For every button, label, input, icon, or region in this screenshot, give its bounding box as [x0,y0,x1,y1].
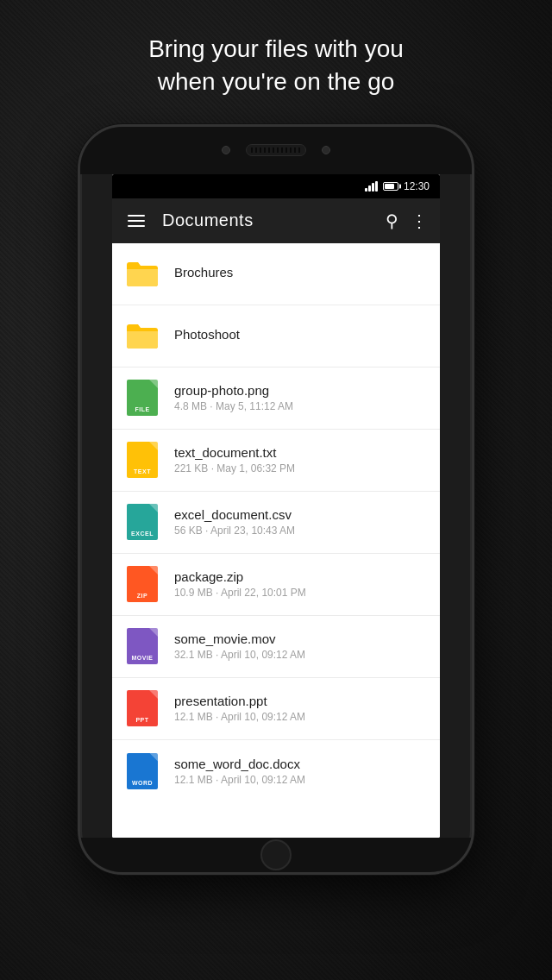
file-info: text_document.txt 221 KB · May 1, 06:32 … [174,445,428,474]
file-meta: 12.1 MB · April 10, 09:12 AM [174,774,428,786]
app-bar-actions: ⚲ ⋮ [386,210,428,231]
file-meta: 56 KB · April 23, 10:43 AM [174,525,428,537]
list-item[interactable]: PPT presentation.ppt 12.1 MB · April 10,… [112,678,440,740]
folder-icon [124,255,160,292]
file-name: presentation.ppt [174,694,428,708]
file-name: group-photo.png [174,383,428,398]
file-icon-mov: Movie [124,628,160,664]
tagline: Bring your files with you when you're on… [79,0,473,124]
file-name: Photoshoot [174,327,428,342]
status-time: 12:30 [404,180,430,192]
file-icon-csv: Excel [124,504,160,540]
phone-screen: 12:30 Documents ⚲ ⋮ [112,174,440,838]
file-type-label: Text [134,468,151,474]
file-type-label: File [135,406,149,412]
file-meta: 221 KB · May 1, 06:32 PM [174,462,428,474]
file-info: excel_document.csv 56 KB · April 23, 10:… [174,507,428,537]
file-info: some_word_doc.docx 12.1 MB · April 10, 0… [174,757,428,786]
file-icon-docx: Word [124,753,160,789]
app-bar: Documents ⚲ ⋮ [112,198,440,243]
list-item[interactable]: Word some_word_doc.docx 12.1 MB · April … [112,740,440,802]
file-meta: 12.1 MB · April 10, 09:12 AM [174,711,428,723]
file-name: some_movie.mov [174,631,428,646]
file-info: group-photo.png 4.8 MB · May 5, 11:12 AM [174,383,428,412]
hamburger-menu-button[interactable] [124,211,148,230]
more-options-button[interactable]: ⋮ [411,210,428,231]
phone-bottom-bezel [80,838,472,872]
file-name: text_document.txt [174,445,428,460]
file-info: presentation.ppt 12.1 MB · April 10, 09:… [174,694,428,723]
file-type-label: Movie [131,655,153,661]
file-info: Brochures [174,265,428,282]
file-info: Photoshoot [174,327,428,344]
file-icon-txt: Text [124,442,160,478]
file-meta: 4.8 MB · May 5, 11:12 AM [174,400,428,412]
list-item[interactable]: Brochures [112,243,440,305]
list-item[interactable]: File group-photo.png 4.8 MB · May 5, 11:… [112,368,440,430]
phone-shell: 12:30 Documents ⚲ ⋮ [78,124,474,875]
home-button[interactable] [260,839,292,870]
file-name: package.zip [174,569,428,584]
list-item[interactable]: Movie some_movie.mov 32.1 MB · April 10,… [112,616,440,678]
folder-icon [124,317,160,354]
file-list: Brochures Photoshoot [112,243,440,838]
tagline-line2: when you're on the go [158,68,395,95]
list-item[interactable]: Photoshoot [112,305,440,368]
list-item[interactable]: Text text_document.txt 221 KB · May 1, 0… [112,430,440,492]
list-item[interactable]: ZIP package.zip 10.9 MB · April 22, 10:0… [112,554,440,616]
file-name: Brochures [174,265,428,280]
search-button[interactable]: ⚲ [386,210,398,231]
wifi-icon [365,181,378,192]
file-info: package.zip 10.9 MB · April 22, 10:01 PM [174,569,428,599]
file-info: some_movie.mov 32.1 MB · April 10, 09:12… [174,631,428,661]
list-item[interactable]: Excel excel_document.csv 56 KB · April 2… [112,492,440,554]
file-icon-ppt: PPT [124,690,160,726]
app-title: Documents [162,210,372,230]
status-bar: 12:30 [112,174,440,198]
tagline-line1: Bring your files with you [148,35,404,62]
file-type-label: Excel [131,531,154,537]
file-icon-zip: ZIP [124,566,160,602]
file-type-label: Word [132,780,153,786]
file-meta: 10.9 MB · April 22, 10:01 PM [174,587,428,599]
file-type-label: PPT [135,717,148,723]
camera-dot [222,146,230,154]
file-meta: 32.1 MB · April 10, 09:12 AM [174,649,428,661]
battery-icon [383,182,398,191]
file-type-label: ZIP [137,593,147,599]
file-icon-png: File [124,380,160,416]
file-name: excel_document.csv [174,507,428,522]
speaker-grille [246,144,306,156]
phone-top-bezel [80,127,472,174]
front-camera [322,146,330,154]
file-name: some_word_doc.docx [174,757,428,771]
